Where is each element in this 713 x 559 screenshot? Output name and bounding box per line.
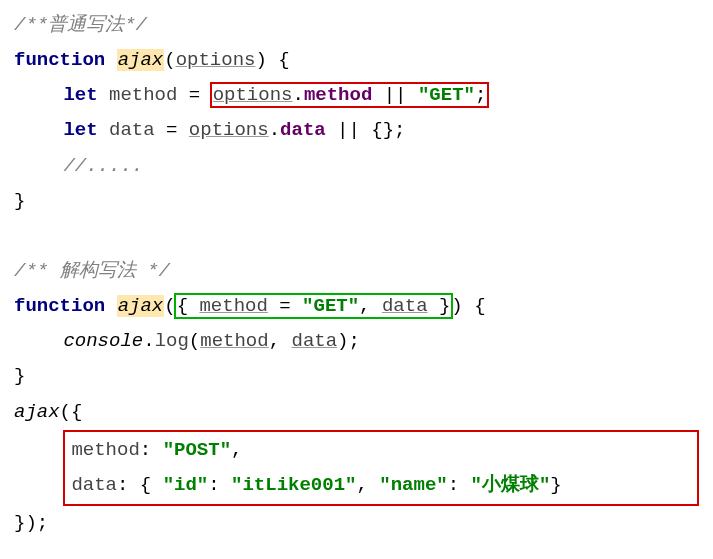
string-get: "GET" [418, 84, 475, 106]
brace-open: { [140, 474, 163, 496]
key-name: "name" [379, 474, 447, 496]
equals: = [177, 84, 211, 106]
paren-open: ( [60, 401, 71, 423]
paren-close: ) [255, 49, 266, 71]
code-line: /**普通写法*/ [14, 8, 699, 43]
code-line: ajax({ [14, 395, 699, 430]
brace-open: { [474, 295, 485, 317]
prop-method: method [304, 84, 372, 106]
brace-close: } [428, 295, 451, 317]
close-call: }); [14, 512, 48, 534]
or-operator: || [372, 84, 418, 106]
key-method: method [71, 439, 139, 461]
function-name: ajax [117, 49, 165, 71]
blank-line [14, 219, 699, 254]
dot: . [269, 119, 280, 141]
colon: : [448, 474, 471, 496]
brace-open: { [177, 295, 200, 317]
keyword-function: function [14, 295, 105, 317]
code-line: function ajax(options) { [14, 43, 699, 78]
ref-options: options [213, 84, 293, 106]
code-line: method: "POST", [71, 433, 691, 468]
keyword-function: function [14, 49, 105, 71]
destruct-method: method [199, 295, 267, 317]
comma: , [359, 295, 382, 317]
paren-close: ) [451, 295, 462, 317]
dot: . [143, 330, 154, 352]
code-line: console.log(method, data); [14, 324, 699, 359]
semicolon: ; [394, 119, 405, 141]
colon: : [208, 474, 231, 496]
comma: , [269, 330, 292, 352]
var-method: method [109, 84, 177, 106]
console-object: console [63, 330, 143, 352]
dot: . [292, 84, 303, 106]
code-line: function ajax({ method = "GET", data }) … [14, 289, 699, 324]
log-method: log [155, 330, 189, 352]
code-line: let data = options.data || {}; [14, 113, 699, 148]
code-line: data: { "id": "itLike001", "name": "小煤球"… [71, 468, 691, 503]
code-line: }); [14, 506, 699, 541]
string-get: "GET" [302, 295, 359, 317]
or-operator: || [326, 119, 372, 141]
brace-open: { [278, 49, 289, 71]
keyword-let: let [63, 84, 97, 106]
destruct-data: data [382, 295, 428, 317]
brace-close: } [550, 474, 561, 496]
brace-open: { [71, 401, 82, 423]
highlight-box-red: options.method || "GET"; [212, 84, 488, 106]
var-data: data [109, 119, 155, 141]
highlight-box-green: { method = "GET", data } [176, 295, 452, 317]
paren-close: ) [337, 330, 348, 352]
code-line: //..... [14, 149, 699, 184]
val-name: "小煤球" [471, 474, 551, 496]
ellipsis-comment: //..... [63, 155, 143, 177]
colon: : [117, 474, 140, 496]
highlight-box-red: method: "POST", data: { "id": "itLike001… [63, 430, 699, 506]
equals: = [155, 119, 189, 141]
string-post: "POST" [163, 439, 231, 461]
semicolon: ; [349, 330, 360, 352]
call-ajax: ajax [14, 401, 60, 423]
paren-open: ( [164, 295, 175, 317]
code-line: let method = options.method || "GET"; [14, 78, 699, 113]
arg-data: data [291, 330, 337, 352]
comma: , [356, 474, 379, 496]
prop-data: data [280, 119, 326, 141]
code-line: } [14, 359, 699, 394]
keyword-let: let [63, 119, 97, 141]
arg-method: method [200, 330, 268, 352]
empty-object: {} [371, 119, 394, 141]
colon: : [140, 439, 163, 461]
val-id: "itLike001" [231, 474, 356, 496]
ref-options: options [189, 119, 269, 141]
code-line: } [14, 184, 699, 219]
function-name: ajax [117, 295, 165, 317]
param-options: options [176, 49, 256, 71]
code-line: /** 解构写法 */ [14, 254, 699, 289]
equals: = [268, 295, 302, 317]
brace-close: } [14, 365, 25, 387]
paren-open: ( [189, 330, 200, 352]
brace-close: } [14, 190, 25, 212]
paren-open: ( [164, 49, 175, 71]
key-id: "id" [163, 474, 209, 496]
comment-text: /** 解构写法 */ [14, 260, 170, 282]
comment-text: /**普通写法*/ [14, 14, 147, 36]
semicolon: ; [475, 84, 486, 106]
key-data: data [71, 474, 117, 496]
